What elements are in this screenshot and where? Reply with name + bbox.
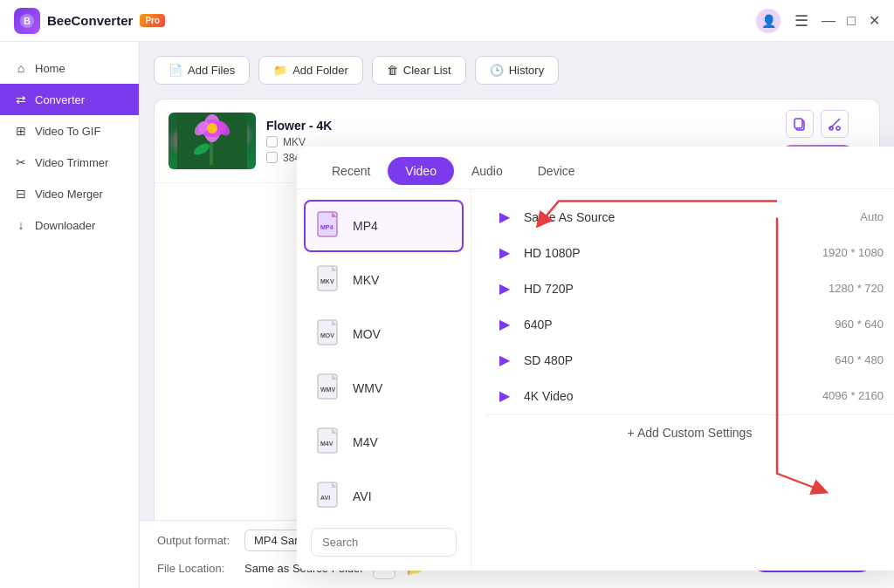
format-item-mp4[interactable]: MP4 MP4 (304, 200, 464, 252)
add-folder-icon: 📁 (273, 64, 287, 77)
sidebar-item-label-merger: Video Merger (35, 188, 103, 201)
svg-point-14 (836, 126, 840, 130)
svg-text:MKV: MKV (320, 278, 334, 284)
format-item-mkv[interactable]: MKV MKV (304, 254, 464, 306)
downloader-icon: ↓ (14, 218, 28, 232)
res-name-sd480: SD 480P (524, 353, 824, 367)
svg-text:WMV: WMV (320, 386, 335, 393)
res-icon-hd720: ▶ (496, 280, 513, 297)
res-name-same: Same As Source (524, 210, 849, 224)
res-name-hd1080: HD 1080P (524, 246, 812, 260)
svg-line-12 (829, 119, 840, 129)
resolution-item-hd1080[interactable]: ▶ HD 1080P 1920 * 1080 (485, 236, 894, 270)
svg-text:AVI: AVI (320, 495, 330, 501)
trimmer-icon: ✂ (14, 155, 28, 169)
mov-file-icon: MOV (316, 318, 344, 350)
format-label-wmv: WMV (353, 381, 382, 395)
clear-icon: 🗑 (387, 64, 398, 77)
sidebar-item-video-to-gif[interactable]: ⊞ Video To GIF (0, 115, 139, 147)
add-files-button[interactable]: 📄 Add Files (154, 56, 250, 85)
tab-recent[interactable]: Recent (314, 157, 388, 189)
cut-button[interactable] (821, 110, 849, 138)
add-files-icon: 📄 (168, 64, 182, 77)
wmv-file-icon: WMV (316, 373, 344, 404)
res-checkbox[interactable] (266, 152, 278, 163)
output-format-label: Output format: (157, 534, 236, 547)
resolution-item-4k[interactable]: ▶ 4K Video 4096 * 2160 (485, 379, 894, 413)
sidebar-item-downloader[interactable]: ↓ Downloader (0, 209, 139, 241)
minimize-button[interactable]: — (822, 15, 835, 27)
add-folder-label: Add Folder (292, 64, 348, 77)
mkv-label: MKV (283, 136, 306, 148)
mkv-checkbox[interactable] (266, 136, 278, 147)
resolution-item-sd480p[interactable]: ▶ SD 480P 640 * 480 (485, 343, 894, 377)
tab-video[interactable]: Video (388, 157, 454, 185)
custom-settings-button[interactable]: + Add Custom Settings (485, 414, 894, 450)
flower-image (168, 113, 256, 169)
add-folder-button[interactable]: 📁 Add Folder (258, 56, 363, 85)
svg-text:MP4: MP4 (320, 224, 334, 230)
history-icon: 🕒 (490, 64, 504, 77)
res-icon-640p: ▶ (496, 316, 513, 332)
mp4-file-icon: MP4 (316, 210, 344, 242)
sidebar-item-home[interactable]: ⌂ Home (0, 52, 139, 84)
format-label-m4v: M4V (353, 435, 378, 449)
res-icon-4k: ▶ (496, 387, 513, 404)
svg-rect-3 (210, 139, 213, 165)
file-name: Flower - 4K (266, 119, 768, 133)
mkv-file-icon: MKV (316, 264, 344, 296)
history-button[interactable]: 🕒 History (475, 56, 559, 85)
format-label-mov: MOV (353, 327, 381, 341)
res-size-4k: 4096 * 2160 (822, 389, 884, 402)
resolution-item-hd720[interactable]: ▶ HD 720P 1280 * 720 (485, 271, 894, 305)
converter-icon: ⇄ (14, 92, 28, 106)
sidebar-item-converter[interactable]: ⇄ Converter (0, 84, 139, 115)
tab-audio[interactable]: Audio (454, 157, 520, 189)
history-label: History (509, 64, 544, 77)
app-logo: B (14, 8, 40, 34)
svg-text:MOV: MOV (320, 332, 334, 338)
copy-settings-button[interactable] (786, 110, 814, 138)
res-size-hd720: 1280 * 720 (829, 282, 884, 295)
avi-file-icon: AVI (316, 481, 344, 512)
svg-text:B: B (24, 16, 31, 26)
res-name-hd720: HD 720P (524, 282, 818, 296)
resolution-item-same-as-source[interactable]: ▶ Same As Source Auto (485, 200, 894, 234)
action-icons (786, 110, 849, 138)
file-location-label: File Location: (157, 562, 236, 575)
sidebar-item-video-merger[interactable]: ⊟ Video Merger (0, 178, 139, 209)
format-label-avi: AVI (353, 489, 372, 503)
resolution-list: ▶ Same As Source Auto ▶ HD 1080P 1920 * … (471, 189, 894, 571)
format-item-m4v[interactable]: M4V M4V (304, 416, 464, 468)
main-content: 📄 Add Files 📁 Add Folder 🗑 Clear List 🕒 … (140, 42, 894, 588)
titlebar-left: B BeeConverter Pro (14, 8, 165, 34)
maximize-button[interactable]: □ (845, 15, 857, 27)
sidebar-item-label-converter: Converter (35, 93, 85, 106)
clear-list-label: Clear List (403, 64, 451, 77)
format-item-avi[interactable]: AVI AVI (304, 470, 464, 523)
sidebar-item-video-trimmer[interactable]: ✂ Video Trimmer (0, 147, 139, 178)
format-label-mp4: MP4 (353, 219, 378, 233)
user-icon[interactable]: 👤 (756, 9, 781, 33)
format-label-mkv: MKV (353, 273, 379, 287)
file-thumbnail (168, 113, 256, 169)
close-button[interactable]: ✕ (868, 15, 880, 27)
tab-device[interactable]: Device (520, 157, 593, 189)
svg-rect-11 (794, 119, 802, 128)
m4v-file-icon: M4V (316, 427, 344, 458)
format-item-mov[interactable]: MOV MOV (304, 308, 464, 360)
clear-list-button[interactable]: 🗑 Clear List (372, 56, 466, 85)
titlebar: B BeeConverter Pro 👤 ☰ — □ ✕ (0, 0, 894, 42)
sidebar-item-label-home: Home (35, 62, 65, 75)
sidebar-item-label-trimmer: Video Trimmer (35, 156, 108, 169)
format-item-wmv[interactable]: WMV WMV (304, 362, 464, 414)
format-search-input[interactable] (311, 528, 457, 557)
pro-badge: Pro (140, 14, 165, 27)
res-name-640p: 640P (524, 318, 824, 332)
format-body: MP4 MP4 MKV (297, 189, 894, 571)
svg-text:M4V: M4V (320, 441, 334, 447)
menu-icon[interactable]: ☰ (794, 11, 808, 31)
res-icon-hd1080: ▶ (496, 244, 513, 261)
titlebar-right: 👤 ☰ — □ ✕ (756, 9, 880, 33)
resolution-item-640p[interactable]: ▶ 640P 960 * 640 (485, 307, 894, 341)
